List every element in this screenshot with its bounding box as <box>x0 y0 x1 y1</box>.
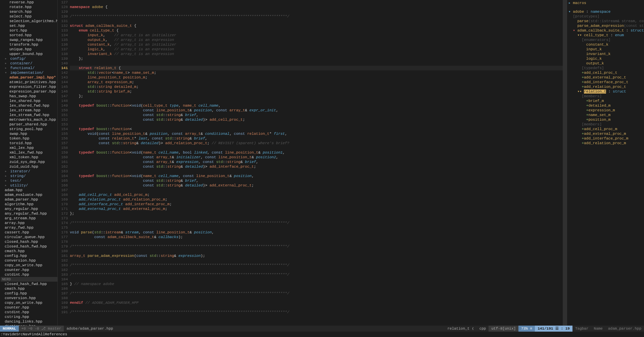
tagbar-item[interactable]: [enumerators] <box>568 38 643 42</box>
tagbar-item[interactable]: +add_relation_proc_m <box>568 141 643 146</box>
code-line[interactable]: output_k, // array_t is an expression <box>70 38 563 42</box>
code-line[interactable] <box>70 225 563 230</box>
command-line[interactable]: :YavideSrcNavFindAllReferences <box>0 332 644 337</box>
code-line[interactable]: const std::string& brief, <box>70 113 563 117</box>
file-item[interactable]: zuid_uuid.hpp <box>1 164 57 169</box>
code-line[interactable]: /***************************************… <box>70 263 563 268</box>
code-line[interactable] <box>70 249 563 254</box>
scrollbar[interactable] <box>563 0 567 326</box>
tagbar-item[interactable]: output_k <box>568 61 643 66</box>
code-line[interactable] <box>70 61 563 66</box>
code-line[interactable]: const std::string& detailed)> add_cell_p… <box>70 117 563 122</box>
folder-item[interactable]: ▸ string/ <box>1 174 57 178</box>
code-line[interactable]: invariant_k // array_t is an expression <box>70 52 563 56</box>
tagbar-item[interactable]: +add_external_proc_t <box>568 75 643 80</box>
file-item[interactable]: sort.hpp <box>1 28 57 33</box>
file-item[interactable]: lex_stream_fwd.hpp <box>1 113 57 117</box>
tagbar-item[interactable]: logic_k <box>568 56 643 61</box>
code-line[interactable]: const relation_t* last, const std::strin… <box>70 136 563 141</box>
file-item[interactable]: string_pool.hpp <box>1 127 57 131</box>
folder-item[interactable]: ▸ utility/ <box>1 183 57 188</box>
file-item[interactable]: conversion.hpp <box>1 258 57 263</box>
tagbar-item[interactable]: +add_relation_proc_t <box>568 85 643 89</box>
file-item[interactable]: cstring.hpp <box>1 315 57 319</box>
file-tree[interactable]: reverse.hpprotate.hppsearch.hppselect.hp… <box>0 0 58 326</box>
folder-item[interactable]: ▸ test/ <box>1 178 57 183</box>
file-item[interactable]: metrowerks_mach_o.hpp <box>1 117 57 122</box>
code-line[interactable]: add_interface_proc_t add_interface_proc_… <box>70 202 563 207</box>
file-item[interactable]: cstdint.hpp <box>1 310 57 315</box>
code-line[interactable] <box>70 216 563 221</box>
code-line[interactable]: namespace adobe { <box>70 5 563 9</box>
file-item[interactable]: copy_on_write.hpp <box>1 300 57 305</box>
code-line[interactable]: logic_k, // array_t is an expression <box>70 47 563 52</box>
folder-item[interactable]: ▾ implementation/ <box>1 70 57 75</box>
file-item[interactable]: adam.hpp <box>1 188 57 192</box>
file-item[interactable]: any_regular_fwd.hpp <box>1 211 57 216</box>
code-line[interactable] <box>70 9 563 14</box>
code-line[interactable]: array_t expression_m; <box>70 80 563 85</box>
folder-item[interactable]: ▸ config/ <box>1 56 57 61</box>
code-line[interactable] <box>70 19 563 23</box>
tagbar-item[interactable]: ▾▾ cell_type_t : enum <box>568 33 643 38</box>
file-item[interactable]: config.hpp <box>1 254 57 258</box>
file-item[interactable]: xml_lex_fwd.hpp <box>1 150 57 155</box>
code-content[interactable]: namespace adobe { /*********************… <box>70 0 563 326</box>
tagbar-item[interactable]: [typedefs] <box>568 66 643 70</box>
file-item[interactable]: conversion.hpp <box>1 296 57 300</box>
file-item[interactable]: upper_bound.hpp <box>1 52 57 56</box>
file-item[interactable]: cassert.hpp <box>1 230 57 235</box>
tagbar-item[interactable]: +add_cell_proc_t <box>568 70 643 75</box>
file-item[interactable]: array_fwd.hpp <box>1 225 57 230</box>
file-item[interactable]: swap.hpp <box>1 131 57 136</box>
code-line[interactable]: add_external_proc_t add_external_proc_m; <box>70 207 563 211</box>
tagbar[interactable]: ▸ macros▾ adobe : namespace [prototypes]… <box>567 0 644 326</box>
file-item[interactable]: config.hpp <box>1 291 57 296</box>
tagbar-item[interactable]: +detailed_m <box>568 103 643 108</box>
code-line[interactable] <box>70 169 563 174</box>
tagbar-item[interactable]: parse_adam_expression(const std::str <box>568 23 643 28</box>
file-item[interactable]: cstdint.hpp <box>1 272 57 277</box>
file-item[interactable]: reverse.hpp <box>1 0 57 5</box>
file-item[interactable]: lex_stream.hpp <box>1 108 57 113</box>
file-item[interactable]: adam_parser_impl.hpp* <box>1 75 57 80</box>
file-item[interactable]: copy_on_write.hpp <box>1 263 57 268</box>
tagbar-item[interactable]: +expression_m <box>568 108 643 113</box>
code-line[interactable]: constant_k, // array_t is an initializer <box>70 42 563 47</box>
file-item[interactable]: xml_token.hpp <box>1 155 57 160</box>
code-line[interactable] <box>70 258 563 263</box>
code-line[interactable]: /***************************************… <box>70 310 563 315</box>
file-item[interactable]: counter.hpp <box>1 305 57 310</box>
tagbar-item[interactable]: input_k <box>568 47 643 52</box>
code-line[interactable]: typedef boost::function<void(cell_type_t… <box>70 103 563 108</box>
tagbar-item[interactable]: +add_interface_proc_m <box>568 136 643 141</box>
code-line[interactable]: void parse(std::istream& stream, const l… <box>70 230 563 235</box>
code-editor[interactable]: 1271281291301311321331341351361371381391… <box>58 0 563 326</box>
file-item[interactable]: adam_parser.hpp <box>1 197 57 202</box>
code-line[interactable]: std::vector<name_t> name_set_m; <box>70 70 563 75</box>
folder-item[interactable]: ▸ container/ <box>1 61 57 66</box>
code-line[interactable] <box>70 188 563 192</box>
file-item[interactable]: closed_hash_fwd.hpp <box>1 244 57 249</box>
code-line[interactable]: input_k, // array_t is an initializer <box>70 33 563 38</box>
code-line[interactable]: }; <box>70 211 563 216</box>
file-item[interactable]: expression_parser.hpp <box>1 89 57 94</box>
folder-item[interactable]: ▸ functional/ <box>1 66 57 70</box>
file-item[interactable]: unique.hpp <box>1 47 57 52</box>
tagbar-item[interactable]: [prototypes] <box>568 14 643 19</box>
code-line[interactable]: typedef boost::function<void(name_t cell… <box>70 174 563 178</box>
code-line[interactable]: const array_t& initializer, const line_p… <box>70 155 563 160</box>
code-line[interactable]: const std::string& detailed)> add_relati… <box>70 141 563 146</box>
code-line[interactable]: array_t parse_adam_expression(const std:… <box>70 254 563 258</box>
file-item[interactable]: xml_lex.hpp <box>1 146 57 150</box>
tagbar-item[interactable]: +add_external_proc_m <box>568 131 643 136</box>
code-line[interactable]: std::string detailed_m; <box>70 85 563 89</box>
file-item[interactable]: select.hpp <box>1 14 57 19</box>
folder-item[interactable]: ▸ iterator/ <box>1 169 57 174</box>
code-line[interactable]: /***************************************… <box>70 221 563 225</box>
code-line[interactable]: const std::string& detailed)> add_interf… <box>70 164 563 169</box>
tagbar-item[interactable]: ▾ adam_callback_suite_t : struct <box>568 28 643 33</box>
file-item[interactable]: circular_queue.hpp <box>1 235 57 239</box>
file-item[interactable]: transform.hpp <box>1 42 57 47</box>
file-item[interactable]: selection_algorithms.hpp <box>1 19 57 23</box>
